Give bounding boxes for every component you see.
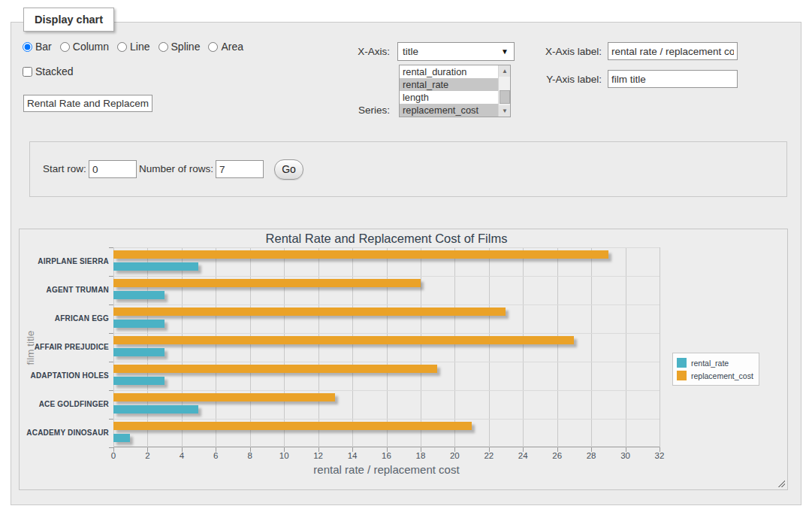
series-option-replacement_cost[interactable]: replacement_cost — [400, 104, 499, 117]
stacked-label[interactable]: Stacked — [23, 65, 74, 77]
y-axis-tick — [109, 247, 113, 248]
grid-line-vertical — [113, 247, 114, 447]
grid-line-horizontal — [113, 333, 660, 334]
x-tick-label: 2 — [136, 451, 158, 460]
chart-legend: rental_ratereplacement_cost — [672, 353, 759, 386]
radio-option-bar[interactable]: Bar — [23, 41, 52, 53]
grid-line-horizontal — [113, 276, 660, 277]
legend-swatch — [677, 358, 687, 368]
grid-line-horizontal — [113, 304, 660, 305]
start-row-input[interactable] — [89, 160, 137, 178]
x-tick-label: 16 — [376, 451, 398, 460]
x-tick-label: 20 — [443, 451, 466, 460]
scrollbar-thumb[interactable] — [500, 90, 510, 104]
x-tick-label: 18 — [409, 451, 432, 460]
grid-line-vertical — [591, 247, 592, 447]
radio-option-column[interactable]: Column — [60, 41, 109, 53]
bar-rental_rate — [113, 262, 198, 271]
x-axis-title: rental rate / replacement cost — [113, 463, 660, 476]
x-axis-select[interactable]: title ▼ — [397, 42, 515, 61]
y-axis-tick — [109, 447, 113, 448]
bar-rental_rate — [113, 377, 165, 385]
series-list-label: Series: — [315, 105, 390, 116]
x-axis-label-input[interactable] — [608, 42, 738, 60]
bar-rental_rate — [113, 405, 198, 414]
category-label: AGENT TRUMAN — [20, 286, 109, 294]
series-listbox[interactable]: ▲ ▼ rental_durationrental_ratelengthrepl… — [399, 65, 511, 117]
bar-replacement_cost — [113, 308, 506, 316]
grid-line-vertical — [557, 247, 558, 447]
radio-option-line[interactable]: Line — [117, 41, 149, 53]
grid-line-vertical — [182, 247, 183, 447]
x-axis-select-label: X-Axis: — [315, 46, 390, 57]
y-axis-tick — [109, 419, 113, 420]
column-radio[interactable] — [60, 42, 70, 52]
x-axis-label-caption: X-Axis label: — [507, 46, 602, 57]
category-label: AFFAIR PREJUDICE — [20, 343, 109, 351]
grid-line-vertical — [454, 247, 455, 447]
bar-radio[interactable] — [23, 42, 32, 52]
y-axis-label-caption: Y-Axis label: — [507, 74, 602, 85]
stacked-checkbox[interactable] — [23, 67, 32, 77]
plot-area: 02468101214161820222426283032AIRPLANE SI… — [113, 247, 660, 447]
series-option-rental_rate[interactable]: rental_rate — [400, 78, 499, 91]
radio-option-area[interactable]: Area — [208, 41, 243, 53]
y-axis-tick — [109, 276, 113, 277]
legend-entry: rental_rate — [677, 356, 753, 369]
bar-rental_rate — [113, 434, 130, 442]
x-tick-label: 28 — [580, 451, 602, 460]
grid-line-vertical — [318, 247, 319, 447]
series-option-length[interactable]: length — [400, 91, 499, 104]
start-row-label: Start row: — [43, 163, 86, 174]
area-radio[interactable] — [208, 42, 218, 52]
x-tick-label: 4 — [171, 451, 193, 460]
y-axis-label-input[interactable] — [608, 70, 738, 88]
bar-rental_rate — [113, 291, 165, 299]
scroll-down-icon[interactable]: ▼ — [499, 105, 511, 117]
bar-rental_rate — [113, 348, 165, 356]
legend-swatch — [677, 371, 687, 380]
grid-line-vertical — [660, 247, 660, 447]
spline-radio[interactable] — [158, 42, 168, 52]
chart-title-input[interactable] — [23, 95, 152, 112]
category-label: ACE GOLDFINGER — [20, 400, 109, 408]
grid-line-vertical — [352, 247, 353, 447]
chart-title: Rental Rate and Replacement Cost of Film… — [113, 232, 660, 246]
bar-replacement_cost — [113, 365, 437, 373]
rows-panel: Start row: Number of rows: Go — [29, 141, 787, 197]
num-rows-input[interactable] — [216, 160, 264, 178]
grid-line-vertical — [387, 247, 388, 447]
category-label: AIRPLANE SIERRA — [20, 257, 109, 265]
y-axis-tick — [109, 390, 113, 391]
x-tick-label: 10 — [273, 451, 295, 460]
grid-line-vertical — [216, 247, 216, 447]
bar-replacement_cost — [113, 336, 574, 344]
display-chart-panel: Display chart BarColumnLineSplineArea St… — [11, 22, 801, 505]
radio-option-spline[interactable]: Spline — [158, 41, 201, 53]
grid-line-horizontal — [113, 390, 660, 391]
grid-line-vertical — [523, 247, 524, 447]
grid-line-vertical — [250, 247, 251, 447]
line-radio[interactable] — [117, 42, 127, 52]
x-tick-label: 8 — [239, 451, 261, 460]
category-label: AFRICAN EGG — [20, 314, 109, 323]
resize-handle-icon[interactable] — [777, 479, 785, 487]
x-tick-label: 6 — [204, 451, 227, 460]
grid-line-vertical — [284, 247, 285, 447]
series-option-rental_duration[interactable]: rental_duration — [400, 65, 499, 78]
x-tick-label: 12 — [307, 451, 330, 460]
grid-line-horizontal — [113, 247, 660, 248]
go-button[interactable]: Go — [274, 159, 303, 180]
panel-title: Display chart — [23, 8, 114, 32]
grid-line-horizontal — [113, 362, 660, 362]
bar-replacement_cost — [113, 279, 421, 287]
grid-line-vertical — [421, 247, 421, 447]
chart-container: Rental Rate and Replacement Cost of Film… — [19, 229, 788, 490]
x-tick-label: 0 — [102, 451, 125, 460]
bar-replacement_cost — [113, 250, 608, 259]
grid-line-vertical — [489, 247, 490, 447]
y-axis-tick — [109, 333, 113, 334]
x-tick-label: 14 — [341, 451, 364, 460]
y-axis-tick — [109, 362, 113, 362]
x-tick-label: 22 — [478, 451, 500, 460]
